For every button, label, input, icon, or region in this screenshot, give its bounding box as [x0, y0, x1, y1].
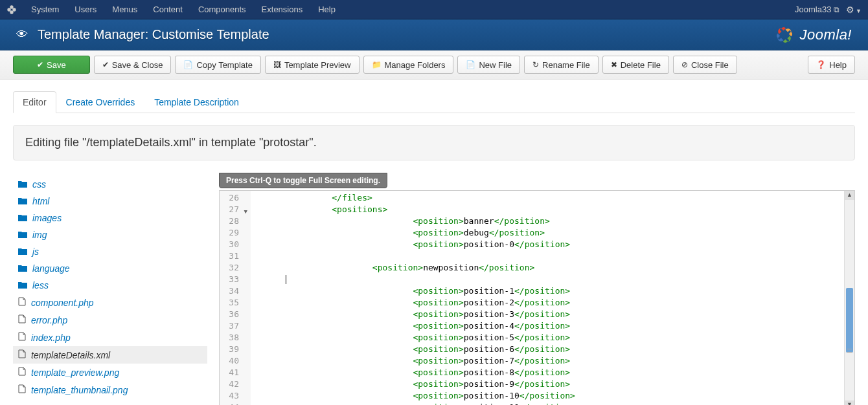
- scroll-down-arrow[interactable]: ▼: [845, 400, 854, 405]
- site-name: Joomla33: [795, 5, 831, 14]
- scrollbar-grip: [847, 349, 852, 353]
- copy-icon: 📄: [183, 60, 193, 69]
- folder-icon: [18, 264, 27, 274]
- site-name-link[interactable]: Joomla33 ⧉: [795, 5, 839, 14]
- tree-item-component-php[interactable]: component.php: [13, 294, 207, 311]
- folder-icon: [18, 213, 27, 223]
- tree-item-img[interactable]: img: [13, 226, 207, 243]
- topmenu-components[interactable]: Components: [190, 5, 254, 14]
- tree-label: component.php: [31, 298, 94, 308]
- file-tree: csshtmlimagesimgjslanguagelesscomponent.…: [13, 172, 207, 405]
- code-line[interactable]: <position>position-1</position>: [251, 285, 854, 297]
- scrollbar-thumb[interactable]: [846, 288, 853, 353]
- copy-template-button[interactable]: 📄Copy Template: [175, 56, 260, 74]
- rename-file-button[interactable]: ↻Rename File: [524, 56, 599, 74]
- fullscreen-hint: Press Ctrl-Q to toggle Full Screen editi…: [219, 173, 387, 188]
- code-line[interactable]: <position>position-9</position>: [251, 378, 854, 390]
- tree-item-less[interactable]: less: [13, 277, 207, 294]
- brand-text: Joomla!: [799, 27, 852, 43]
- save-close-button[interactable]: ✔Save & Close: [94, 56, 172, 74]
- save-button[interactable]: ✔Save: [13, 56, 90, 74]
- code-line[interactable]: </files>: [251, 192, 854, 204]
- code-line[interactable]: <position>position-0</position>: [251, 239, 854, 250]
- code-line[interactable]: <position>banner</position>: [251, 215, 854, 227]
- code-line[interactable]: [251, 250, 854, 262]
- folder-icon: [18, 180, 27, 190]
- topmenu-help[interactable]: Help: [310, 5, 343, 14]
- tree-label: css: [32, 179, 46, 190]
- code-line[interactable]: <position>newposition</position>: [251, 262, 854, 274]
- code-line[interactable]: <position>position-2</position>: [251, 297, 854, 309]
- code-line[interactable]: <position>position-7</position>: [251, 355, 854, 367]
- tree-label: templateDetails.xml: [31, 350, 110, 360]
- tab-template-description[interactable]: Template Description: [144, 91, 249, 113]
- code-panel: Press Ctrl-Q to toggle Full Screen editi…: [219, 172, 855, 405]
- page-header: 👁 Template Manager: Customise Template J…: [0, 19, 868, 50]
- help-button[interactable]: ❓Help: [808, 56, 855, 74]
- tree-item-images[interactable]: images: [13, 210, 207, 226]
- folder-icon: [18, 230, 27, 240]
- eye-icon: 👁: [16, 28, 28, 41]
- file-icon: [18, 314, 26, 325]
- editor-area: csshtmlimagesimgjslanguagelesscomponent.…: [13, 172, 855, 405]
- topmenu-menus[interactable]: Menus: [104, 5, 145, 14]
- gear-icon[interactable]: ⚙▼: [846, 5, 862, 15]
- joomla-logo: Joomla!: [775, 25, 852, 45]
- close-icon: ⊘: [681, 60, 688, 69]
- tree-item-template_preview-png[interactable]: template_preview.png: [13, 364, 207, 381]
- check-icon: ✔: [102, 60, 109, 69]
- tree-item-template_thumbnail-png[interactable]: template_thumbnail.png: [13, 381, 207, 399]
- tab-editor[interactable]: Editor: [13, 91, 56, 113]
- tree-item-js[interactable]: js: [13, 243, 207, 260]
- topmenu-extensions[interactable]: Extensions: [254, 5, 311, 14]
- code-line[interactable]: [251, 274, 854, 285]
- external-link-icon: ⧉: [834, 5, 839, 14]
- topmenu-content[interactable]: Content: [145, 5, 190, 14]
- code-lines[interactable]: </files> <positions> <position>banner</p…: [251, 191, 854, 405]
- code-line[interactable]: <position>position-3</position>: [251, 309, 854, 320]
- code-line[interactable]: <position>position-4</position>: [251, 320, 854, 332]
- tab-create-overrides[interactable]: Create Overrides: [56, 91, 145, 113]
- tree-item-language[interactable]: language: [13, 260, 207, 277]
- joomla-icon[interactable]: [6, 5, 17, 15]
- tree-label: img: [32, 230, 47, 240]
- tree-label: js: [32, 246, 39, 257]
- file-icon: [18, 384, 26, 395]
- tree-item-css[interactable]: css: [13, 176, 207, 193]
- code-editor[interactable]: 2627▼2829303132333435363738394041424344 …: [219, 190, 855, 405]
- new-file-button[interactable]: 📄New File: [457, 56, 520, 74]
- delete-file-button[interactable]: ✖Delete File: [602, 56, 669, 74]
- content: Editor Create Overrides Template Descrip…: [0, 80, 868, 405]
- scroll-up-arrow[interactable]: ▲: [845, 191, 854, 200]
- line-gutter: 2627▼2829303132333435363738394041424344: [220, 191, 251, 405]
- code-line[interactable]: <positions>: [251, 204, 854, 215]
- tabs: Editor Create Overrides Template Descrip…: [13, 91, 855, 113]
- code-line[interactable]: <position>position-8</position>: [251, 367, 854, 378]
- manage-folders-button[interactable]: 📁Manage Folders: [363, 56, 454, 74]
- folder-icon: [18, 197, 27, 206]
- page-title: Template Manager: Customise Template: [38, 27, 269, 42]
- code-line[interactable]: <position>position-5</position>: [251, 332, 854, 344]
- close-file-button[interactable]: ⊘Close File: [673, 56, 737, 74]
- code-line[interactable]: <position>debug</position>: [251, 227, 854, 239]
- tree-item-html[interactable]: html: [13, 193, 207, 210]
- tree-label: template_preview.png: [31, 367, 119, 378]
- topmenu-system[interactable]: System: [23, 5, 67, 14]
- tree-label: error.php: [31, 315, 67, 325]
- check-icon: ✔: [37, 60, 43, 69]
- tree-label: images: [32, 213, 62, 223]
- code-line[interactable]: <position>position-6</position>: [251, 344, 854, 355]
- code-line[interactable]: <position>position-10</position>: [251, 390, 854, 402]
- question-icon: ❓: [816, 60, 826, 69]
- vertical-scrollbar[interactable]: ▲ ▼: [844, 191, 854, 405]
- template-preview-button[interactable]: 🖼Template Preview: [265, 56, 360, 74]
- tree-item-templateDetails-xml[interactable]: templateDetails.xml: [13, 346, 207, 364]
- rename-icon: ↻: [532, 60, 539, 69]
- code-line[interactable]: <position>position-11</position>: [251, 402, 854, 405]
- file-icon: 📄: [466, 60, 475, 69]
- image-icon: 🖼: [273, 60, 281, 69]
- tree-item-error-php[interactable]: error.php: [13, 311, 207, 329]
- topmenu-users[interactable]: Users: [67, 5, 104, 14]
- tree-item-index-php[interactable]: index.php: [13, 329, 207, 346]
- tree-label: less: [32, 280, 49, 290]
